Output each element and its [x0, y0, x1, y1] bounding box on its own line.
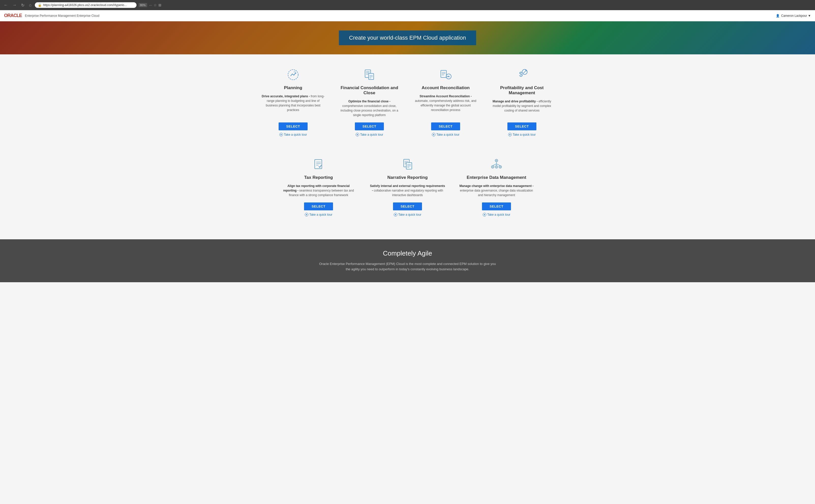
narrative-reporting-tour-link[interactable]: Take a quick tour [394, 213, 422, 216]
svg-line-17 [523, 70, 526, 73]
svg-line-38 [497, 164, 500, 166]
user-menu[interactable]: 👤 Cameron Lackpour ▼ [776, 14, 811, 18]
ar-tour-label: Take a quick tour [437, 133, 460, 136]
financial-consolidation-icon [362, 67, 377, 82]
enterprise-data-tour-link[interactable]: Take a quick tour [483, 213, 511, 216]
planning-tour-label: Take a quick tour [284, 133, 307, 136]
enterprise-data-title: Enterprise Data Management [467, 175, 526, 180]
svg-rect-20 [315, 160, 322, 169]
tax-reporting-card: Tax Reporting Align tax reporting with c… [276, 152, 360, 222]
fin-tour-label: Take a quick tour [360, 133, 383, 136]
nr-tour-label: Take a quick tour [398, 213, 422, 216]
reload-button[interactable]: ↻ [20, 2, 26, 8]
account-reconciliation-title: Account Reconciliation [422, 85, 470, 90]
profitability-select-button[interactable]: SELECT [508, 122, 536, 130]
tax-reporting-tour-link[interactable]: Take a quick tour [305, 213, 332, 216]
profitability-desc: Manage and drive profitability - efficie… [490, 99, 554, 117]
svg-point-40 [492, 166, 493, 167]
browser-toolbar-icons: ··· ☆ ⊞ [149, 3, 162, 7]
financial-consolidation-card: Financial Consolidation and Close Optimi… [334, 62, 405, 141]
svg-point-42 [496, 166, 497, 167]
account-reconciliation-desc: Streamline Account Reconciliation - auto… [414, 94, 478, 117]
tax-desc-rest: seamless transparency between tax and fi… [289, 189, 354, 197]
ar-desc-rest: automate, comprehensively address risk, … [415, 99, 476, 112]
planning-title: Planning [284, 85, 302, 90]
footer-section: Completely Agile Oracle Enterprise Perfo… [0, 239, 815, 282]
app-title: Enterprise Performance Management Enterp… [25, 14, 99, 18]
edm-desc-strong: Manage change with enterprise data manag… [460, 184, 533, 188]
address-bar[interactable]: 🔒 [35, 2, 136, 8]
profitability-tour-link[interactable]: Take a quick tour [508, 133, 536, 136]
tax-reporting-icon [311, 157, 326, 172]
nr-desc-rest: collaborative narrative and regulatory r… [374, 189, 443, 197]
cards-row-1: Planning Drive accurate, integrated plan… [10, 62, 805, 141]
planning-card: Planning Drive accurate, integrated plan… [257, 62, 329, 141]
footer-title: Completely Agile [10, 249, 805, 257]
nr-play-icon [394, 213, 397, 216]
user-name: Cameron Lackpour ▼ [781, 14, 811, 18]
enterprise-data-icon [489, 157, 504, 172]
planning-play-icon [279, 133, 283, 136]
tax-play-icon [305, 213, 308, 216]
ar-desc-strong: Streamline Account Reconciliation - [420, 95, 472, 98]
pcm-tour-label: Take a quick tour [513, 133, 536, 136]
app-header: ORACLE Enterprise Performance Management… [0, 10, 815, 21]
account-reconciliation-icon [438, 67, 453, 82]
hero-banner: Create your world-class EPM Cloud applic… [0, 21, 815, 54]
home-button[interactable]: ⌂ [28, 2, 33, 8]
fin-play-icon [355, 133, 359, 136]
planning-desc-strong: Drive accurate, integrated plans - [262, 95, 310, 98]
oracle-logo: ORACLE [4, 13, 22, 18]
svg-line-37 [493, 164, 497, 166]
svg-point-39 [496, 160, 497, 161]
profitability-card: $ Profitability and Cost Management Mana… [486, 62, 558, 141]
planning-tour-link[interactable]: Take a quick tour [279, 133, 307, 136]
financial-consolidation-select-button[interactable]: SELECT [355, 122, 384, 130]
planning-select-button[interactable]: SELECT [279, 122, 307, 130]
footer-desc: Oracle Enterprise Performance Management… [318, 261, 497, 272]
tax-tour-label: Take a quick tour [309, 213, 332, 216]
narrative-reporting-card: Narrative Reporting Satisfy internal and… [365, 152, 450, 222]
edm-tour-label: Take a quick tour [487, 213, 511, 216]
svg-rect-10 [441, 70, 447, 77]
fin-desc-strong: Optimize the financial close - [348, 100, 390, 103]
back-button[interactable]: ← [3, 2, 9, 8]
profitability-title: Profitability and Cost Management [490, 85, 554, 96]
narrative-reporting-desc: Satisfy internal and external reporting … [369, 184, 446, 197]
tax-reporting-select-button[interactable]: SELECT [304, 202, 333, 210]
cards-row-2: Tax Reporting Align tax reporting with c… [10, 152, 805, 222]
tax-reporting-desc: Align tax reporting with corporate finan… [280, 184, 357, 197]
main-content: Planning Drive accurate, integrated plan… [0, 54, 815, 239]
tax-reporting-title: Tax Reporting [304, 175, 333, 180]
edm-desc-rest: enterprise data governance, change data … [460, 189, 533, 197]
narrative-reporting-title: Narrative Reporting [387, 175, 428, 180]
narrative-reporting-icon [400, 157, 415, 172]
ar-play-icon [432, 133, 436, 136]
financial-consolidation-tour-link[interactable]: Take a quick tour [355, 133, 383, 136]
forward-button[interactable]: → [11, 2, 18, 8]
financial-consolidation-title: Financial Consolidation and Close [337, 85, 401, 96]
enterprise-data-card: Enterprise Data Management Manage change… [455, 152, 539, 222]
narrative-reporting-select-button[interactable]: SELECT [393, 202, 422, 210]
user-icon: 👤 [776, 14, 780, 18]
account-reconciliation-tour-link[interactable]: Take a quick tour [432, 133, 460, 136]
planning-desc: Drive accurate, integrated plans - from … [261, 94, 325, 117]
financial-consolidation-desc: Optimize the financial close - comprehen… [337, 99, 401, 117]
browser-chrome: ← → ↻ ⌂ 🔒 80% ··· ☆ ⊞ [0, 0, 815, 10]
lock-icon: 🔒 [38, 3, 42, 7]
svg-rect-6 [368, 73, 374, 80]
edm-play-icon [483, 213, 486, 216]
enterprise-data-select-button[interactable]: SELECT [482, 202, 511, 210]
svg-point-1 [293, 71, 296, 73]
account-reconciliation-card: Account Reconciliation Streamline Accoun… [410, 62, 481, 141]
pcm-desc-strong: Manage and drive profitability - [493, 100, 538, 103]
zoom-level[interactable]: 80% [138, 3, 147, 7]
url-input[interactable] [43, 3, 133, 7]
hero-text-box: Create your world-class EPM Cloud applic… [339, 30, 476, 45]
enterprise-data-desc: Manage change with enterprise data manag… [458, 184, 535, 197]
fin-desc-rest: comprehensive consolidation and close, i… [341, 104, 398, 117]
pcm-play-icon [508, 133, 512, 136]
planning-icon [285, 67, 301, 82]
profitability-icon: $ [514, 67, 530, 82]
account-reconciliation-select-button[interactable]: SELECT [431, 122, 460, 130]
